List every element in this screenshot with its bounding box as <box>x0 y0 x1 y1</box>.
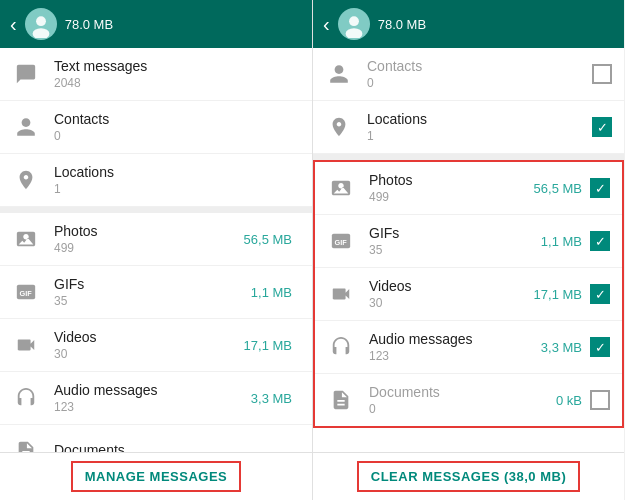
locations-icon <box>12 166 40 194</box>
list-item[interactable]: Audio messages 123 3,3 MB <box>0 372 312 425</box>
documents-checkbox[interactable] <box>590 390 610 410</box>
left-top-categories: Text messages 2048 Contacts 0 <box>0 48 312 207</box>
documents-label: Documents <box>54 442 300 453</box>
audio-count: 123 <box>54 400 251 414</box>
right-gifs-label: GIFs <box>369 225 541 241</box>
right-back-button[interactable]: ‹ <box>323 13 330 36</box>
right-gifs-info: GIFs 35 <box>369 225 541 257</box>
gifs-icon: GIF <box>12 278 40 306</box>
left-avatar <box>25 8 57 40</box>
text-messages-label: Text messages <box>54 58 300 74</box>
left-panel: ‹ 78.0 MB Text messages 2048 <box>0 0 312 500</box>
right-audio-info: Audio messages 123 <box>369 331 541 363</box>
videos-icon <box>327 280 355 308</box>
left-back-button[interactable]: ‹ <box>10 13 17 36</box>
documents-info: Documents <box>54 442 300 453</box>
gifs-checkbox[interactable] <box>590 231 610 251</box>
right-videos-label: Videos <box>369 278 534 294</box>
text-messages-info: Text messages 2048 <box>54 58 300 90</box>
contacts-icon <box>325 60 353 88</box>
right-panel: ‹ 78.0 MB Contacts 0 <box>312 0 624 500</box>
svg-text:GIF: GIF <box>20 289 33 298</box>
text-messages-count: 2048 <box>54 76 300 90</box>
list-item[interactable]: Documents <box>0 425 312 452</box>
locations-count: 1 <box>54 182 300 196</box>
right-content: Contacts 0 Locations 1 <box>313 48 624 452</box>
list-item[interactable]: Locations 1 <box>0 154 312 207</box>
left-footer: MANAGE MESSAGES <box>0 452 312 500</box>
documents-icon <box>12 437 40 453</box>
right-gifs-count: 35 <box>369 243 541 257</box>
right-gifs-size: 1,1 MB <box>541 234 582 249</box>
photos-checkbox[interactable] <box>590 178 610 198</box>
list-item[interactable]: Photos 499 56,5 MB <box>315 162 622 215</box>
list-item[interactable]: Contacts 0 <box>0 101 312 154</box>
list-item[interactable]: GIF GIFs 35 1,1 MB <box>0 266 312 319</box>
right-documents-count: 0 <box>369 402 556 416</box>
locations-info: Locations 1 <box>54 164 300 196</box>
audio-icon <box>12 384 40 412</box>
list-item[interactable]: Locations 1 <box>313 101 624 154</box>
right-photos-label: Photos <box>369 172 534 188</box>
right-photos-size: 56,5 MB <box>534 181 582 196</box>
locations-icon <box>325 113 353 141</box>
right-videos-info: Videos 30 <box>369 278 534 310</box>
right-videos-count: 30 <box>369 296 534 310</box>
contacts-info: Contacts 0 <box>54 111 300 143</box>
right-locations-info: Locations 1 <box>367 111 592 143</box>
manage-messages-button[interactable]: MANAGE MESSAGES <box>71 461 242 492</box>
right-top-categories: Contacts 0 Locations 1 <box>313 48 624 154</box>
contacts-checkbox[interactable] <box>592 64 612 84</box>
photos-label: Photos <box>54 223 244 239</box>
right-locations-count: 1 <box>367 129 592 143</box>
right-bottom-categories: Photos 499 56,5 MB GIF GIFs 35 1,1 MB <box>313 160 624 428</box>
locations-label: Locations <box>54 164 300 180</box>
clear-messages-button[interactable]: CLEAR MESSAGES (38,0 MB) <box>357 461 580 492</box>
right-photos-info: Photos 499 <box>369 172 534 204</box>
right-videos-size: 17,1 MB <box>534 287 582 302</box>
audio-info: Audio messages 123 <box>54 382 251 414</box>
gifs-icon: GIF <box>327 227 355 255</box>
list-item[interactable]: Documents 0 0 kB <box>315 374 622 426</box>
right-locations-label: Locations <box>367 111 592 127</box>
list-item[interactable]: Videos 30 17,1 MB <box>315 268 622 321</box>
contacts-count: 0 <box>54 129 300 143</box>
audio-icon <box>327 333 355 361</box>
documents-icon <box>327 386 355 414</box>
left-bottom-categories: Photos 499 56,5 MB GIF GIFs 35 1,1 MB <box>0 213 312 452</box>
right-audio-count: 123 <box>369 349 541 363</box>
right-header-size: 78.0 MB <box>378 17 426 32</box>
photos-size: 56,5 MB <box>244 232 292 247</box>
left-content: Text messages 2048 Contacts 0 <box>0 48 312 452</box>
list-item[interactable]: Photos 499 56,5 MB <box>0 213 312 266</box>
locations-checkbox[interactable] <box>592 117 612 137</box>
audio-checkbox[interactable] <box>590 337 610 357</box>
right-documents-size: 0 kB <box>556 393 582 408</box>
videos-icon <box>12 331 40 359</box>
photos-icon <box>327 174 355 202</box>
contacts-label: Contacts <box>54 111 300 127</box>
right-contacts-label: Contacts <box>367 58 592 74</box>
right-contacts-count: 0 <box>367 76 592 90</box>
right-audio-size: 3,3 MB <box>541 340 582 355</box>
right-footer: CLEAR MESSAGES (38,0 MB) <box>313 452 624 500</box>
svg-text:GIF: GIF <box>335 238 348 247</box>
right-photos-count: 499 <box>369 190 534 204</box>
list-item[interactable]: Contacts 0 <box>313 48 624 101</box>
list-item[interactable]: Videos 30 17,1 MB <box>0 319 312 372</box>
svg-point-1 <box>36 16 46 26</box>
videos-info: Videos 30 <box>54 329 244 361</box>
photos-count: 499 <box>54 241 244 255</box>
videos-label: Videos <box>54 329 244 345</box>
message-icon <box>12 60 40 88</box>
list-item[interactable]: Text messages 2048 <box>0 48 312 101</box>
left-header: ‹ 78.0 MB <box>0 0 312 48</box>
right-header: ‹ 78.0 MB <box>313 0 624 48</box>
list-item[interactable]: GIF GIFs 35 1,1 MB <box>315 215 622 268</box>
photos-info: Photos 499 <box>54 223 244 255</box>
list-item[interactable]: Audio messages 123 3,3 MB <box>315 321 622 374</box>
audio-label: Audio messages <box>54 382 251 398</box>
right-contacts-info: Contacts 0 <box>367 58 592 90</box>
right-avatar <box>338 8 370 40</box>
videos-checkbox[interactable] <box>590 284 610 304</box>
